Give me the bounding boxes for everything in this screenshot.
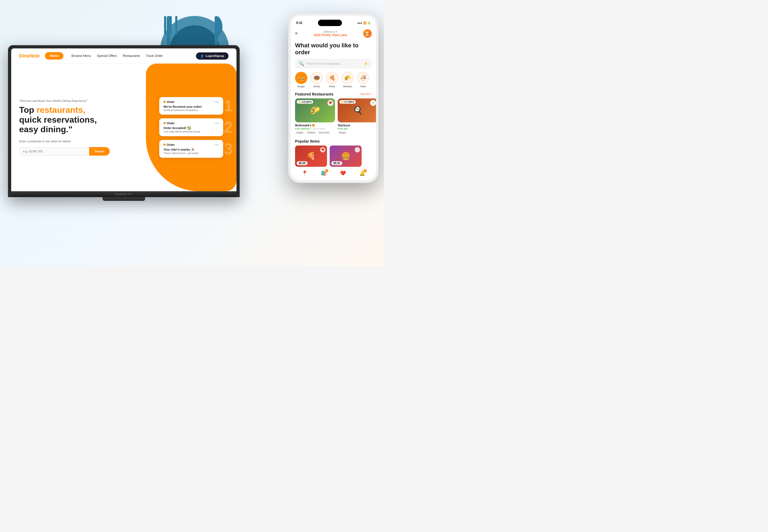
popular-item-1[interactable]: 🍕 $5.50 ❤️ <box>295 146 327 167</box>
hamburger-menu-icon[interactable]: ≡ <box>295 31 298 36</box>
website-navbar: DineNow Home Browse Menu Special Offers … <box>11 48 237 64</box>
macbook-bottom-bar: MacBook Pro <box>11 191 237 197</box>
wifi-icon: 📶 <box>363 22 366 24</box>
popular-section-title: Popular Items <box>295 139 320 143</box>
signal-icon: ●●● <box>357 22 362 24</box>
hero-left-content: "Discover and Book Your Perfect Dining E… <box>19 99 229 156</box>
app-header: ≡ Deliver to ▾ 4102 Pretty View Lane 👨‍🍳 <box>291 27 376 40</box>
dynamic-island <box>318 20 342 26</box>
app-search-bar[interactable]: 🔍 Find for food or restaurant... ⚡ <box>295 59 372 69</box>
search-placeholder-text: Find for food or restaurant... <box>306 62 361 65</box>
popular-item-2-price: $8.25 <box>331 161 342 165</box>
status-time: 9:41 <box>296 21 303 25</box>
restaurant-img-starbucks: 🍳 ⭐ 4.7 (99+) 🤍 <box>338 98 376 122</box>
featured-section-header: Featured Restaurants View All > <box>291 91 376 98</box>
category-asian[interactable]: 🍜 Asian <box>357 72 369 88</box>
category-burger-label: Burger <box>298 85 305 88</box>
orders-nav-icon: 🛍️ 1 <box>321 170 327 176</box>
category-pizza-label: Pizza <box>329 85 335 88</box>
nav-restaurants[interactable]: Restaurants <box>123 54 140 58</box>
category-burger[interactable]: 🍔 Burger <box>295 72 307 88</box>
login-signup-button[interactable]: 👤 Login/Signup <box>196 52 229 60</box>
favorites-nav-icon: ❤️ <box>340 170 346 176</box>
svg-rect-4 <box>169 16 172 35</box>
macbook-frame: DineNow Home Browse Menu Special Offers … <box>8 45 240 197</box>
filter-icon[interactable]: ⚡ <box>364 61 368 66</box>
nav-track[interactable]: Track Order <box>146 54 163 58</box>
svg-rect-5 <box>175 16 177 35</box>
macbook-device: DineNow Home Browse Menu Special Offers … <box>8 45 240 201</box>
bottom-nav-favorites[interactable]: ❤️ <box>340 170 346 176</box>
category-asian-icon: 🍜 <box>357 72 369 84</box>
bottom-navigation: 📍 🛍️ 1 ❤️ 🔔 1 <box>291 168 376 180</box>
bottom-nav-notifications[interactable]: 🔔 1 <box>359 170 365 176</box>
popular-item-1-price: $5.50 <box>297 161 308 165</box>
popular-section-header: Popular Items <box>291 138 376 146</box>
home-nav-icon: 📍 <box>302 170 308 176</box>
nav-offers[interactable]: Special Offers <box>97 54 117 58</box>
mcdonalds-heart-button[interactable]: ❤️ <box>328 100 333 106</box>
deliver-label[interactable]: Deliver to ▾ <box>314 30 347 33</box>
iphone-device: 9:41 ●●● 📶 🔋 ≡ Deliver to ▾ 4102 Pretty … <box>288 13 379 183</box>
restaurant-card-starbucks[interactable]: 🍳 ⭐ 4.7 (99+) 🤍 Starbuck Free deli Burge… <box>338 98 376 134</box>
nav-home-button[interactable]: Home <box>45 52 63 60</box>
notifications-nav-icon: 🔔 1 <box>359 170 365 176</box>
category-asian-label: Asian <box>360 85 366 88</box>
brand-logo: DineNow <box>19 53 40 59</box>
starbucks-delivery: Free deli <box>338 127 348 130</box>
popular-item-1-image: 🍕 $5.50 ❤️ <box>295 146 327 167</box>
starbucks-meta: Free deli <box>338 127 376 130</box>
nav-browse[interactable]: Browse Menu <box>71 54 91 58</box>
macbook-stand <box>102 197 145 201</box>
category-burger-icon: 🍔 <box>295 72 307 84</box>
deliver-center: Deliver to ▾ 4102 Pretty View Lane <box>314 30 347 37</box>
restaurants-row: 🌮 ⭐ 4.5 (25+) ❤️ McDonald's Free deliver… <box>291 98 376 137</box>
bottom-nav-orders[interactable]: 🛍️ 1 <box>321 170 327 176</box>
bottom-nav-home[interactable]: 📍 <box>302 170 308 176</box>
category-mexican-label: Mexican <box>343 85 352 88</box>
category-donat-icon: 🍩 <box>311 72 323 84</box>
popular-section: Popular Items 🍕 $5.50 ❤️ 🍔 $8.25 <box>291 137 376 168</box>
search-button[interactable]: Search <box>89 147 110 156</box>
hero-tagline: "Discover and Book Your Perfect Dining E… <box>19 99 229 102</box>
restaurant-card-mcdonalds[interactable]: 🌮 ⭐ 4.5 (25+) ❤️ McDonald's Free deliver… <box>295 98 335 134</box>
category-mexican-icon: 🌮 <box>341 72 354 84</box>
popular-item-2-heart[interactable]: 🤍 <box>355 147 360 152</box>
category-donat[interactable]: 🍩 Donat <box>311 72 323 88</box>
hero-section: "Discover and Book Your Perfect Dining E… <box>11 64 237 191</box>
battery-icon: 🔋 <box>368 22 371 24</box>
popular-item-2[interactable]: 🍔 $8.25 🤍 <box>330 146 362 167</box>
view-all-restaurants[interactable]: View All > <box>360 93 372 95</box>
orders-badge: 1 <box>325 169 328 172</box>
postcode-input[interactable] <box>19 147 89 156</box>
nav-links: Browse Menu Special Offers Restaurants T… <box>71 54 163 58</box>
category-pizza[interactable]: 🍕 Pizza <box>326 72 338 88</box>
starbucks-rating-badge: ⭐ 4.7 (99+) <box>339 100 356 104</box>
popular-item-2-image: 🍔 $8.25 🤍 <box>330 146 362 167</box>
search-icon: 🔍 <box>299 61 304 66</box>
status-bar: 9:41 ●●● 📶 🔋 <box>291 16 376 27</box>
category-mexican[interactable]: 🌮 Mexican <box>341 72 354 88</box>
app-main-title: What would you like to order <box>291 40 376 59</box>
starbucks-name: Starbuck <box>338 124 376 127</box>
tag-starbucks-burger: Burger <box>338 131 347 134</box>
hero-title: Top restaurants, quick reservations, eas… <box>19 105 229 134</box>
featured-section-title: Featured Restaurants <box>295 92 333 96</box>
hero-postcode-label: Enter a postcode to see what we deliver <box>19 140 229 143</box>
mcdonalds-name: McDonald's <box>295 124 335 127</box>
mcdonalds-time: 10-15 mins <box>313 127 325 130</box>
status-icons: ●●● 📶 🔋 <box>357 22 371 24</box>
mcdonalds-rating-badge: ⭐ 4.5 (25+) <box>297 100 313 104</box>
category-donat-label: Donat <box>313 85 320 88</box>
user-icon: 👤 <box>200 54 204 58</box>
mcdonalds-verified-icon <box>312 124 315 127</box>
mcdonalds-meta: Free delivery • 10-15 mins <box>295 127 335 130</box>
starbucks-heart-button[interactable]: 🤍 <box>370 100 376 106</box>
avatar[interactable]: 👨‍🍳 <box>363 29 372 38</box>
popular-items-row: 🍕 $5.50 ❤️ 🍔 $8.25 🤍 <box>291 146 376 167</box>
brand-prefix: Dine <box>19 53 30 59</box>
popular-item-1-heart[interactable]: ❤️ <box>320 147 325 152</box>
tag-chicken: Chicken <box>306 131 317 134</box>
svg-rect-3 <box>164 16 166 35</box>
deliver-row: ≡ Deliver to ▾ 4102 Pretty View Lane 👨‍🍳 <box>295 29 372 38</box>
